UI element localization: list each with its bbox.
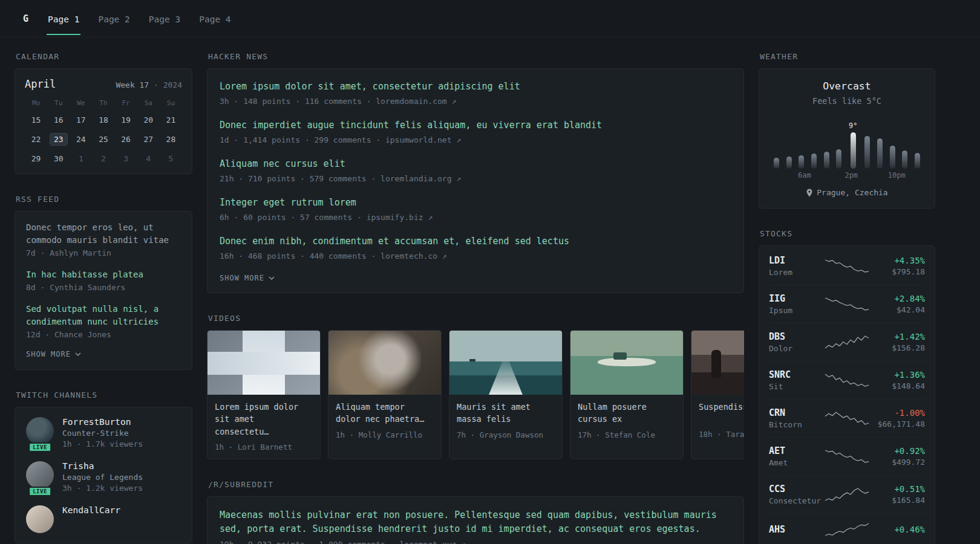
weather-bar: [774, 158, 779, 169]
twitch-channel[interactable]: LIVE ForrestBurton Counter-Strike 1h · 1…: [26, 417, 181, 448]
video-card[interactable]: Lorem ipsum dolor sit amet consectetu… 1…: [207, 330, 321, 459]
stock-price: $42.04: [869, 305, 925, 314]
video-title[interactable]: Lorem ipsum dolor sit amet consectetu…: [215, 401, 313, 438]
calendar-day: 27: [137, 135, 160, 144]
stock-sparkline: [825, 296, 869, 312]
twitch-avatar-wrap: LIVE: [26, 461, 54, 493]
rss-item-meta: 7d · Ashlyn Martin: [26, 248, 181, 257]
video-card[interactable]: Suspendisse diam 18h · Tara: [691, 330, 744, 459]
twitch-channel-info: Trisha League of Legends 3h · 1.2k viewe…: [62, 461, 143, 493]
channel-category: Counter-Strike: [62, 429, 143, 438]
calendar-weekday: Tu: [47, 99, 70, 107]
video-card[interactable]: Nullam posuere cursus ex 17h · Stefan Co…: [570, 330, 684, 459]
video-title[interactable]: Aliquam tempor dolor nec phaetra…: [336, 401, 434, 426]
video-title[interactable]: Nullam posuere cursus ex: [578, 401, 676, 426]
stock-row[interactable]: SNRC Sit +1.36% $148.64: [769, 361, 925, 400]
tab-page-3[interactable]: Page 3: [148, 2, 181, 35]
weather-bar-column: [786, 157, 792, 169]
video-card[interactable]: Mauris sit amet massa felis 7h · Grayson…: [449, 330, 563, 459]
stock-row[interactable]: LDI Lorem +4.35% $795.18: [769, 247, 925, 285]
item-source-link[interactable]: loremnet.xyz ↗: [399, 540, 466, 544]
stock-row[interactable]: IIG Ipsum +2.84% $42.04: [769, 285, 925, 323]
rss-widget: RSS FEED Donec tempor eros leo, ut commo…: [15, 195, 192, 370]
weather-bar: [877, 138, 883, 169]
channel-name: ForrestBurton: [62, 417, 143, 427]
tab-page-4[interactable]: Page 4: [198, 2, 232, 35]
rss-item-meta: 12d · Chance Jones: [26, 330, 181, 339]
stock-row[interactable]: DBS Dolor +1.42% $156.28: [769, 323, 925, 361]
stock-identity: DBS Dolor: [769, 331, 825, 353]
stock-name: Dolor: [769, 344, 825, 353]
subreddit-post-title[interactable]: Maecenas mollis pulvinar erat non posuer…: [220, 508, 731, 537]
weather-bar-column: [811, 154, 817, 169]
subreddit-section-title: /R/SUBREDDIT: [208, 480, 744, 489]
separator-dot: ·: [154, 80, 158, 89]
stock-row[interactable]: CRN Bitcorn -1.00% $66,171.48: [769, 400, 925, 438]
stock-name: Lorem: [769, 268, 825, 277]
calendar-widget: CALENDAR April Week 17 · 2024 Mo Tu We: [15, 52, 192, 174]
stock-symbol: SNRC: [769, 369, 825, 380]
rss-card: Donec tempor eros leo, ut commodo mauris…: [15, 211, 192, 370]
twitch-channel[interactable]: LIVE Trisha League of Legends 3h · 1.2k …: [26, 461, 181, 493]
video-card[interactable]: Aliquam tempor dolor nec phaetra… 1h · M…: [328, 330, 442, 459]
item-source-link[interactable]: ipsumify.biz ↗: [367, 213, 433, 222]
item-source-link[interactable]: loremlandia.org ↗: [381, 174, 461, 183]
hackernews-show-more-button[interactable]: SHOW MORE: [220, 274, 731, 282]
video-title[interactable]: Mauris sit amet massa felis: [457, 401, 555, 426]
calendar-day: 20: [137, 115, 160, 125]
stock-row[interactable]: AET Amet +0.92% $499.72: [769, 438, 925, 476]
video-thumbnail[interactable]: [691, 331, 744, 395]
calendar-current-day: 23: [50, 133, 68, 146]
stock-row[interactable]: AHS +0.46%: [769, 514, 925, 544]
weather-bar: [902, 151, 907, 169]
hackernews-item: Integer eget rutrum lorem 6h · 60 points…: [220, 196, 731, 222]
weather-bar: [811, 154, 817, 169]
rss-item-title[interactable]: Sed volutpat nulla nisl, a condimentum n…: [26, 303, 181, 328]
videos-row: Lorem ipsum dolor sit amet consectetu… 1…: [207, 330, 744, 459]
weather-widget: WEATHER Overcast Feels like 5°C 9° 6am 2…: [759, 52, 935, 209]
stock-identity: SNRC Sit: [769, 369, 825, 391]
hackernews-card: Lorem ipsum dolor sit amet, consectetur …: [207, 68, 744, 293]
calendar-day: 4: [137, 154, 160, 163]
video-meta: 1h · Lori Barnett: [215, 442, 313, 452]
video-thumbnail[interactable]: [328, 331, 441, 395]
hackernews-item-title[interactable]: Donec imperdiet augue tincidunt felis al…: [220, 119, 731, 132]
stock-name: Consectetur: [769, 496, 825, 505]
rss-item-title[interactable]: In hac habitasse platea: [26, 268, 181, 281]
rss-show-more-button[interactable]: SHOW MORE: [26, 350, 181, 358]
tab-page-1[interactable]: Page 1: [47, 2, 80, 35]
stock-symbol: CCS: [769, 484, 825, 494]
hackernews-item-title[interactable]: Aliquam nec cursus elit: [220, 158, 731, 170]
calendar-day: 19: [115, 115, 137, 125]
video-thumbnail[interactable]: [449, 331, 562, 395]
twitch-avatar-wrap: LIVE: [26, 417, 54, 448]
calendar-header: April Week 17 · 2024: [25, 78, 182, 90]
item-meta-text: 1d · 1,414 points · 299 comments ·: [220, 135, 381, 144]
hackernews-item-title[interactable]: Donec enim nibh, condimentum et accumsan…: [220, 235, 731, 248]
item-source-link[interactable]: loremdomain.com ↗: [376, 97, 456, 106]
stock-row[interactable]: CCS Consectetur +0.51% $165.84: [769, 476, 925, 514]
stock-values: +0.92% $499.72: [869, 446, 925, 467]
stock-values: +1.42% $156.28: [869, 332, 925, 352]
stock-values: +0.46%: [869, 525, 925, 534]
video-thumbnail[interactable]: [570, 331, 683, 395]
hackernews-item-title[interactable]: Lorem ipsum dolor sit amet, consectetur …: [220, 80, 731, 93]
stock-values: +0.51% $165.84: [869, 484, 925, 505]
video-thumbnail[interactable]: [207, 331, 320, 395]
item-source-link[interactable]: ipsumworld.net ↗: [385, 135, 461, 144]
rss-item-title[interactable]: Donec tempor eros leo, ut commodo mauris…: [26, 221, 181, 247]
rss-item: Sed volutpat nulla nisl, a condimentum n…: [26, 303, 181, 339]
weather-bar: [824, 152, 829, 169]
rss-item-meta: 8d · Cynthia Saunders: [26, 283, 181, 292]
hackernews-item-title[interactable]: Integer eget rutrum lorem: [220, 196, 731, 209]
video-title[interactable]: Suspendisse diam: [699, 401, 744, 425]
videos-section-title: VIDEOS: [208, 314, 744, 323]
tab-page-2[interactable]: Page 2: [97, 2, 131, 35]
show-more-label: SHOW MORE: [220, 274, 264, 282]
calendar-day: 24: [70, 135, 92, 144]
item-source-link[interactable]: loremtech.co ↗: [381, 251, 447, 261]
channel-name: KendallCarr: [62, 505, 120, 515]
item-meta-text: 3h · 148 points · 116 comments ·: [220, 97, 371, 106]
twitch-channel[interactable]: KendallCarr: [26, 505, 181, 533]
stock-change: +0.46%: [869, 525, 925, 534]
